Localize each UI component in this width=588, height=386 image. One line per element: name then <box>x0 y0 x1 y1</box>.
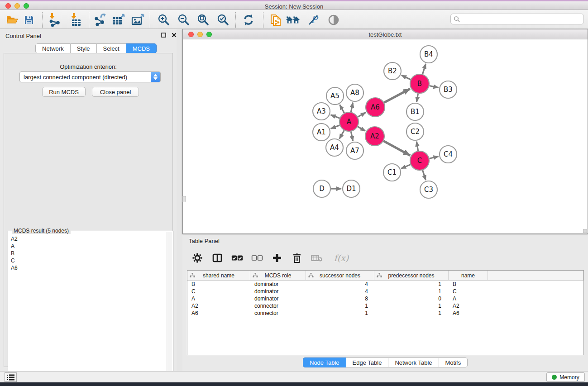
graph-edge[interactable] <box>384 89 410 102</box>
graph-edge[interactable] <box>401 165 411 169</box>
graph-edge[interactable] <box>331 125 340 129</box>
graph-edge[interactable] <box>430 86 439 87</box>
graph-edge[interactable] <box>429 157 438 158</box>
graph-node-label: B2 <box>388 67 397 75</box>
result-item[interactable]: A2 <box>8 235 173 242</box>
zoom-fit-icon[interactable] <box>196 13 210 27</box>
table-tabs: Node Table Edge Table Network Table Moti… <box>303 357 468 367</box>
close-panel-icon[interactable] <box>172 33 177 38</box>
export-network-icon[interactable] <box>93 13 107 27</box>
export-image-icon[interactable] <box>131 13 145 27</box>
column-header-shared-name[interactable]: shared name <box>187 271 250 280</box>
search-icon <box>454 16 460 23</box>
tab-node-table[interactable]: Node Table <box>303 357 346 367</box>
table-toolbar: f(x) <box>187 248 352 268</box>
network-graph: B4B2BB3A8A5A6A3B1AC2A1A2A4A7C4CC1DD1C3 <box>183 39 588 234</box>
table-row[interactable]: Adominator80A <box>187 295 583 302</box>
zoom-out-icon[interactable] <box>177 13 191 27</box>
save-session-icon[interactable] <box>22 13 36 27</box>
birdseye-icon[interactable] <box>326 13 341 27</box>
clone-network-icon[interactable] <box>269 13 283 27</box>
deselect-all-icon[interactable] <box>251 252 263 264</box>
graph-edge[interactable] <box>339 130 344 139</box>
criterion-select[interactable]: largest connected component (directed) <box>19 71 161 82</box>
network-window-title: testGlobe.txt <box>183 31 588 38</box>
result-item[interactable]: B <box>8 249 173 257</box>
tab-network-table[interactable]: Network Table <box>388 357 439 367</box>
gear-icon[interactable] <box>191 252 203 264</box>
control-panel-title: Control Panel <box>5 33 41 39</box>
task-history-button[interactable] <box>5 372 17 382</box>
mcds-result-box: MCDS result (5 nodes) A2 A B C A6 <box>8 231 173 386</box>
tab-motifs[interactable]: Motifs <box>439 357 468 367</box>
tab-mcds[interactable]: MCDS <box>126 43 157 53</box>
search-input[interactable] <box>460 15 583 23</box>
result-item[interactable]: A6 <box>8 264 173 271</box>
graph-edge[interactable] <box>340 105 344 113</box>
column-header-predecessor-nodes[interactable]: predecessor nodes <box>374 271 449 280</box>
graph-edge[interactable] <box>423 170 426 180</box>
network-window-titlebar[interactable]: testGlobe.txt <box>183 29 588 39</box>
import-table-icon[interactable] <box>68 13 83 27</box>
graph-node-label: A6 <box>371 103 380 111</box>
result-item[interactable]: C <box>8 257 173 264</box>
column-header-filler <box>488 271 583 280</box>
zoom-selected-icon[interactable] <box>216 13 230 27</box>
criterion-value: largest connected component (directed) <box>20 74 151 81</box>
run-mcds-button[interactable]: Run MCDS <box>42 87 86 97</box>
table-row[interactable]: A6connector11A6 <box>187 310 583 317</box>
graph-edge[interactable] <box>358 127 365 131</box>
search-box[interactable] <box>450 14 584 24</box>
result-item[interactable]: A <box>8 242 173 249</box>
graph-edge[interactable] <box>383 141 410 156</box>
home-pages-icon[interactable] <box>286 13 300 27</box>
tab-network[interactable]: Network <box>35 43 71 53</box>
column-visibility-icon[interactable] <box>211 252 223 264</box>
graph-node-label: A1 <box>317 128 326 136</box>
table-row[interactable]: Bdominator41B <box>187 281 583 288</box>
graph-edge[interactable] <box>351 103 353 112</box>
graph-edge[interactable] <box>422 64 425 74</box>
result-scrollbar[interactable] <box>167 232 172 386</box>
network-resize-grip[interactable] <box>583 229 587 233</box>
column-header-mcds-role[interactable]: MCDS role <box>250 271 306 280</box>
graph-node-label: B1 <box>411 108 420 116</box>
graph-node-label: D1 <box>346 185 356 193</box>
app-titlebar: Session: New Session <box>0 1 588 10</box>
add-column-icon[interactable] <box>271 252 283 264</box>
graph-node-label: B4 <box>424 50 433 58</box>
column-header-successor-nodes[interactable]: successor nodes <box>306 271 374 280</box>
float-panel-icon[interactable] <box>161 33 166 38</box>
delete-column-icon[interactable] <box>291 252 303 264</box>
column-header-name[interactable]: name <box>449 271 488 280</box>
hide-graphics-icon[interactable]: P <box>306 13 320 27</box>
graph-node-label: C3 <box>424 186 433 194</box>
network-canvas[interactable]: B4B2BB3A8A5A6A3B1AC2A1A2A4A7C4CC1DD1C3 <box>183 39 588 234</box>
graph-edge[interactable] <box>416 142 418 151</box>
graph-edge[interactable] <box>402 75 411 79</box>
table-row[interactable]: Cdominator41C <box>187 288 583 295</box>
delete-table-icon[interactable] <box>311 252 323 264</box>
tab-select[interactable]: Select <box>97 43 126 53</box>
table-row[interactable]: A2connector11A2 <box>187 302 583 310</box>
import-network-icon[interactable] <box>48 13 62 27</box>
attribute-type-icon <box>253 273 258 278</box>
export-table-icon[interactable] <box>111 13 126 27</box>
select-all-icon[interactable] <box>231 252 243 264</box>
network-scrollbar-thumb[interactable] <box>182 196 186 202</box>
memory-button[interactable]: Memory <box>546 372 585 382</box>
refresh-layout-icon[interactable] <box>241 13 256 27</box>
attribute-type-icon <box>308 273 314 278</box>
graph-node-label: C <box>417 157 422 165</box>
function-builder-icon[interactable]: f(x) <box>331 252 352 264</box>
zoom-in-icon[interactable] <box>157 13 171 27</box>
graph-edge[interactable] <box>351 132 353 141</box>
tab-edge-table[interactable]: Edge Table <box>346 357 389 367</box>
graph-edge[interactable] <box>331 115 340 118</box>
close-panel-button[interactable]: Close panel <box>92 87 139 97</box>
graph-edge[interactable] <box>417 94 418 102</box>
network-view-window: testGlobe.txt B4B2BB3A8A5A6A3B1AC2A1A2A4… <box>182 29 588 234</box>
tab-style[interactable]: Style <box>71 43 97 53</box>
graph-edge[interactable] <box>358 113 366 117</box>
open-folder-icon[interactable] <box>5 13 19 27</box>
